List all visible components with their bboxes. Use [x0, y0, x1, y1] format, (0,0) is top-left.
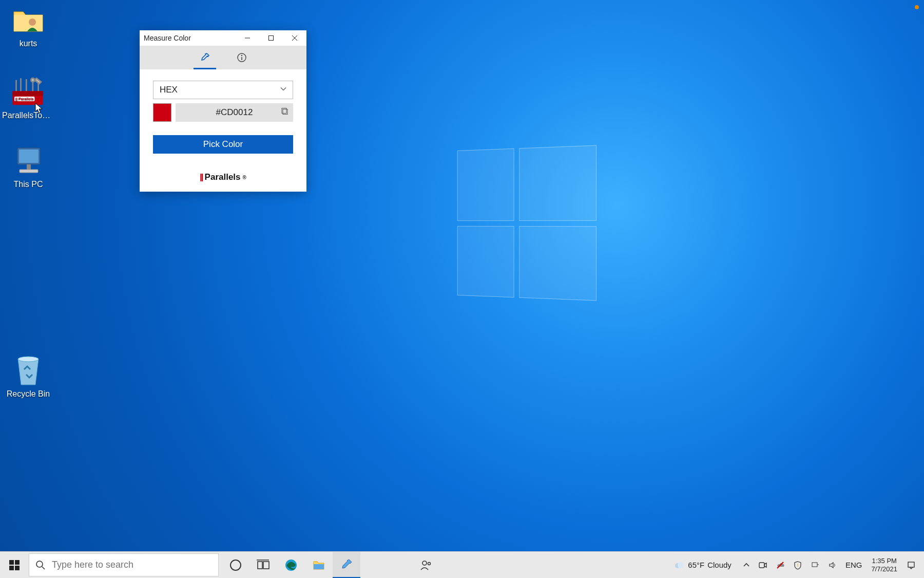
measure-color-window: Measure Color HEX	[140, 30, 306, 192]
tray-language[interactable]: ENG	[841, 552, 867, 578]
svg-rect-17	[269, 36, 274, 41]
maximize-icon	[268, 35, 274, 41]
taskbar-app-measure-color[interactable]	[333, 552, 360, 578]
svg-rect-27	[9, 566, 14, 570]
volume-icon	[828, 561, 837, 570]
brand-text: Parallels	[205, 172, 241, 182]
parallels-bars-icon: ||	[200, 172, 203, 182]
chevron-down-icon	[279, 85, 287, 96]
svg-point-38	[428, 562, 431, 565]
color-value-box: #CD0012	[176, 103, 293, 122]
desktop-icon-this-pc[interactable]: This PC	[5, 146, 51, 189]
svg-point-31	[230, 560, 241, 570]
svg-point-21	[241, 55, 242, 56]
tab-info[interactable]	[230, 46, 253, 69]
search-icon	[35, 560, 46, 570]
cursor-icon	[35, 103, 43, 114]
file-explorer-icon	[312, 558, 325, 572]
status-dot	[915, 5, 919, 9]
weather-widget[interactable]: 65°F Cloudy	[666, 552, 739, 578]
svg-rect-32	[258, 562, 262, 569]
copy-button[interactable]	[281, 107, 289, 118]
edge-icon	[284, 558, 298, 572]
close-icon	[292, 35, 298, 41]
clock-date: 7/7/2021	[871, 565, 897, 573]
tray-clock[interactable]: 1:35 PM 7/7/2021	[866, 552, 902, 578]
color-value-text: #CD0012	[216, 107, 253, 118]
desktop-icon-recycle-bin[interactable]: Recycle Bin	[5, 356, 51, 399]
onedrive-icon	[776, 561, 785, 570]
svg-rect-12	[19, 150, 38, 163]
svg-rect-46	[908, 562, 914, 567]
wallpaper-windows-logo	[457, 145, 596, 301]
svg-text:|| Parallels: || Parallels	[15, 97, 33, 101]
system-tray: 65°F Cloudy ! ENG 1:35 PM 7/7/2021	[666, 552, 924, 578]
titlebar[interactable]: Measure Color	[140, 30, 306, 46]
this-pc-icon	[10, 146, 46, 177]
svg-rect-44	[812, 563, 817, 567]
svg-rect-33	[263, 562, 269, 569]
maximize-button[interactable]	[259, 30, 283, 46]
desktop-icon-user-folder[interactable]: kurts	[5, 5, 51, 48]
network-icon	[811, 561, 820, 570]
svg-rect-36	[314, 564, 324, 569]
cortana-icon	[229, 558, 242, 572]
search-input[interactable]	[52, 560, 212, 570]
folder-user-icon	[10, 5, 46, 36]
pick-color-button[interactable]: Pick Color	[153, 135, 293, 154]
cortana-button[interactable]	[222, 552, 249, 578]
people-button[interactable]	[412, 552, 440, 578]
pick-color-label: Pick Color	[203, 139, 243, 150]
weather-temp: 65°F	[688, 561, 704, 569]
windows-start-icon	[9, 560, 20, 571]
svg-line-30	[42, 567, 45, 569]
desktop-icon-label: Recycle Bin	[5, 389, 51, 399]
svg-rect-14	[20, 170, 38, 173]
brand-label: || Parallels®	[153, 172, 293, 182]
desktop-icon-parallels-toolbox[interactable]: || Parallels ParallelsTool...	[2, 77, 53, 120]
weather-cloudy-icon	[673, 560, 685, 571]
taskbar-search[interactable]	[29, 553, 219, 576]
close-button[interactable]	[283, 30, 306, 46]
svg-rect-13	[27, 164, 31, 170]
svg-rect-2	[12, 91, 43, 96]
minimize-button[interactable]	[236, 30, 259, 46]
svg-text:!: !	[797, 563, 799, 568]
desktop-icon-label: ParallelsTool...	[2, 111, 53, 120]
task-view-button[interactable]	[249, 552, 277, 578]
tray-network[interactable]	[806, 552, 824, 578]
format-select[interactable]: HEX	[153, 81, 293, 99]
copy-icon	[281, 107, 289, 116]
language-indicator: ENG	[845, 561, 862, 569]
weather-condition: Cloudy	[707, 561, 732, 569]
eyedropper-icon	[200, 52, 210, 63]
tray-volume[interactable]	[824, 552, 841, 578]
task-view-icon	[257, 558, 270, 572]
color-picker-app-icon	[340, 558, 353, 571]
taskbar-app-edge[interactable]	[277, 552, 305, 578]
tray-security[interactable]: !	[789, 552, 806, 578]
svg-point-15	[18, 357, 38, 362]
color-swatch	[153, 103, 171, 122]
tab-picker[interactable]	[194, 46, 216, 69]
notifications-icon	[907, 561, 916, 570]
desktop-icon-label: kurts	[5, 39, 51, 48]
taskbar-app-file-explorer[interactable]	[305, 552, 333, 578]
tray-meet-now[interactable]	[754, 552, 772, 578]
start-button[interactable]	[0, 552, 29, 578]
svg-point-37	[422, 561, 427, 565]
svg-rect-41	[759, 563, 764, 568]
people-icon	[420, 559, 432, 571]
svg-point-29	[36, 561, 43, 567]
tray-notifications[interactable]	[902, 552, 920, 578]
shield-icon: !	[793, 561, 802, 570]
brand-suffix: ®	[243, 175, 246, 180]
desktop-icon-label: This PC	[5, 180, 51, 189]
svg-rect-26	[15, 560, 20, 565]
svg-point-0	[29, 18, 36, 26]
tray-onedrive[interactable]	[772, 552, 789, 578]
tray-overflow[interactable]	[739, 552, 754, 578]
chevron-up-icon	[743, 562, 750, 569]
svg-rect-28	[15, 566, 20, 570]
svg-rect-25	[9, 560, 14, 565]
